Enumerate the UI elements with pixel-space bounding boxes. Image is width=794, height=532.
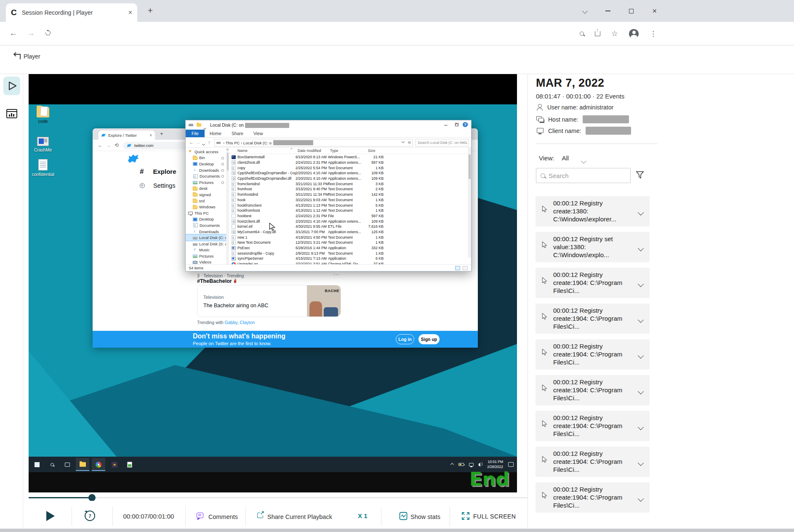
explorer-nav-item[interactable]: Local Disk (C: or <box>186 234 226 241</box>
file-row[interactable]: BoxStarterInstall 6/10/2020 8:13 AM Wind… <box>229 154 468 160</box>
explorer-search-box[interactable]: Search Local Disk (C: on NKG... <box>416 139 469 146</box>
forward-icon[interactable]: → <box>196 140 200 145</box>
twitter-nav-settings[interactable]: Settings <box>140 182 175 189</box>
explorer-nav-item[interactable]: Music <box>186 247 226 253</box>
fullscreen-button[interactable]: FULL SCREEN <box>473 513 516 520</box>
explorer-nav-item[interactable]: signed <box>186 192 226 198</box>
back-return-icon[interactable] <box>11 51 22 61</box>
fullscreen-icon[interactable] <box>461 512 470 520</box>
event-card[interactable]: 00:00:12 Registry create:1904: C:\Progra… <box>536 482 650 513</box>
show-stats-button[interactable]: Show stats <box>410 513 440 520</box>
forward-icon[interactable]: → <box>106 142 111 148</box>
event-card[interactable]: 00:00:12 Registry create:1904: C:\Progra… <box>536 268 650 298</box>
chevron-down-icon[interactable] <box>638 424 644 430</box>
event-card[interactable]: 00:00:12 Registry set value:1380: C:\Win… <box>536 232 650 262</box>
column-size[interactable]: Size <box>368 149 376 153</box>
share-playback-icon[interactable] <box>257 513 263 518</box>
ribbon-tab[interactable]: Home <box>205 130 226 137</box>
login-button[interactable]: Log in <box>396 334 414 344</box>
file-list-scrollbar[interactable] <box>468 148 471 258</box>
show-stats-icon[interactable] <box>399 512 408 520</box>
reload-icon[interactable] <box>45 29 52 37</box>
back-icon[interactable]: ← <box>9 29 17 38</box>
details-view-icon[interactable] <box>455 266 460 270</box>
event-card[interactable]: 00:00:12 Registry create:1904: C:\Progra… <box>536 411 650 441</box>
explorer-nav-item[interactable]: Local Disk (S: on <box>186 241 226 247</box>
explorer-nav-item[interactable]: desk <box>186 186 226 192</box>
share-playback-button[interactable]: Share Current Playback <box>267 513 332 520</box>
desktop-icon-confidential[interactable]: confidential <box>30 159 56 177</box>
event-search-box[interactable] <box>536 168 631 183</box>
explorer-nav-item[interactable]: Quick access <box>186 149 226 155</box>
file-row[interactable]: sessiondropfile - Copy 2/9/2021 9:13 PM … <box>229 250 468 256</box>
ribbon-tab[interactable]: File <box>186 130 205 137</box>
trending-links[interactable]: Gabby, Clayton <box>225 320 255 325</box>
tab-close-icon[interactable]: × <box>149 133 152 138</box>
back-icon[interactable]: ← <box>98 142 103 148</box>
tray-expand-icon[interactable] <box>450 463 454 466</box>
zoom-icon[interactable] <box>580 32 584 36</box>
seek-bar-thumb[interactable] <box>88 494 96 501</box>
explorer-nav-item[interactable]: Documents <box>186 222 226 229</box>
sidebar-player-tab[interactable] <box>3 77 20 95</box>
task-view-button[interactable] <box>61 458 74 471</box>
battery-icon[interactable] <box>458 463 464 466</box>
file-row[interactable]: New Text Document 12/3/2021 3:21 AM Text… <box>229 240 468 245</box>
trend-hashtag[interactable]: #TheBachelor <box>197 278 237 284</box>
comments-icon[interactable] <box>197 513 203 518</box>
explorer-nav-item[interactable]: Downloads <box>186 229 226 235</box>
event-search-input[interactable] <box>549 172 616 179</box>
volume-icon[interactable] <box>479 463 480 466</box>
help-icon[interactable]: ? <box>463 122 468 127</box>
desktop-icon-crashme[interactable]: CrashMe <box>30 137 56 152</box>
event-card[interactable]: 00:00:12 Registry create:1904: C:\Progra… <box>536 447 650 477</box>
nav-scrollbar[interactable] <box>226 148 229 264</box>
chevron-down-icon[interactable] <box>638 245 644 251</box>
file-explorer-window[interactable]: Local Disk (C: on × FileHomeShareView ? … <box>185 120 472 271</box>
reload-icon[interactable]: ⟲ <box>115 142 119 148</box>
sidebar-stats-tab[interactable] <box>5 107 19 120</box>
file-row[interactable]: client2host.dll 2/24/2021 2:31 PM Applic… <box>229 160 468 165</box>
chevron-down-icon[interactable] <box>638 281 644 287</box>
thumbnail-view-icon[interactable] <box>463 266 468 270</box>
rewind-7-button[interactable]: 7 <box>85 511 95 521</box>
filter-icon[interactable] <box>636 171 644 179</box>
bottom-scrollbar[interactable] <box>0 529 794 532</box>
file-row[interactable]: syncPipeServer 4/15/2021 7:13 AM Applica… <box>229 256 468 261</box>
session-video[interactable]: code CrashMe confidential Explore / Twit… <box>29 74 517 492</box>
explorer-nav-item[interactable]: Windows <box>186 204 226 210</box>
file-row[interactable]: CppShellExtDragDropHandler - Copy.dll 2/… <box>229 170 468 176</box>
event-card[interactable]: 00:00:12 Registry create:1380: C:\Window… <box>536 196 650 226</box>
comments-button[interactable]: Comments <box>208 513 238 520</box>
chevron-down-icon[interactable] <box>638 460 644 466</box>
column-name[interactable]: Name <box>237 149 248 153</box>
up-icon[interactable]: ↑ <box>208 140 210 145</box>
action-center-icon[interactable] <box>508 462 514 467</box>
chevron-down-icon[interactable] <box>638 388 644 394</box>
breadcrumb[interactable]: › This PC › Local Disk (C: o ⟲ <box>214 139 413 146</box>
event-card[interactable]: 00:00:12 Registry create:1904: C:\Progra… <box>536 339 650 370</box>
minimize-button[interactable] <box>444 125 448 125</box>
explorer-nav-item[interactable]: This PC <box>186 210 226 216</box>
share-icon[interactable] <box>595 31 600 36</box>
event-card[interactable]: 00:00:12 Registry create:1904: C:\Progra… <box>536 303 650 334</box>
event-card[interactable]: 00:00:12 Registry create:1904: C:\Progra… <box>536 375 650 405</box>
twitter-nav-explore[interactable]: #Explore <box>140 168 176 176</box>
explorer-nav-item[interactable]: Bin <box>186 155 226 161</box>
file-row[interactable]: fromhost 3/15/2021 9:40 PM Text Document… <box>229 186 468 192</box>
minimize-button[interactable] <box>605 11 610 11</box>
start-button[interactable] <box>30 458 44 471</box>
explorer-nav-item[interactable]: Videos <box>186 259 226 264</box>
column-date-modified[interactable]: Date modified <box>298 149 321 153</box>
column-type[interactable]: Type <box>330 149 338 153</box>
file-row[interactable]: host2client.dll 2/20/2021 4:10 AM Applic… <box>229 218 468 224</box>
explorer-nav-item[interactable]: Desktop <box>186 216 226 223</box>
back-icon[interactable]: ← <box>189 140 194 145</box>
explorer-nav-item[interactable]: Pictures <box>186 253 226 259</box>
new-tab-button[interactable]: + <box>160 130 163 137</box>
browser-tab[interactable]: C Session Recording | Player × <box>6 3 137 22</box>
taskbar-chrome[interactable] <box>92 458 105 471</box>
twitter-tab[interactable]: Explore / Twitter × <box>99 130 155 140</box>
network-icon[interactable] <box>469 463 474 466</box>
file-row[interactable]: hook 3/22/2021 9:03 AM Text Document 1 K… <box>229 197 468 203</box>
